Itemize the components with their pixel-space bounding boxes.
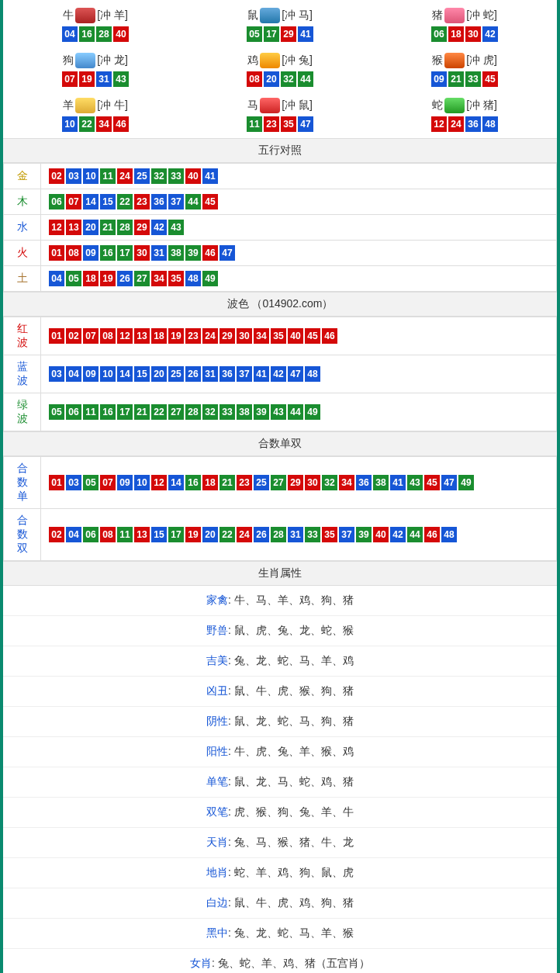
zodiac-name: 蛇 — [432, 99, 443, 113]
header-heshu: 合数单双 — [3, 431, 557, 456]
number-ball: 09 — [83, 366, 99, 382]
number-ball: 30 — [305, 475, 320, 490]
zodiac-cell: 鼠 [冲 马] 05172941 — [188, 3, 372, 48]
bose-table: 红波 0102070812131819232429303435404546 蓝波… — [3, 317, 557, 431]
number-ball: 06 — [66, 404, 81, 420]
number-ball: 04 — [66, 527, 81, 542]
number-ball: 04 — [66, 366, 81, 382]
number-ball: 12 — [151, 475, 167, 490]
number-ball: 04 — [49, 271, 64, 286]
number-ball: 08 — [100, 328, 116, 344]
number-ball: 09 — [83, 245, 99, 261]
attr-row: 单笔: 鼠、龙、马、蛇、鸡、猪 — [3, 767, 557, 798]
wuxing-nums: 0108091617303138394647 — [41, 241, 557, 266]
attr-value: 兔、蛇、羊、鸡、猪（五宫肖） — [218, 957, 370, 969]
number-ball: 32 — [202, 404, 218, 420]
wuxing-label: 土 — [4, 266, 41, 292]
zodiac-cell: 羊 [冲 牛] 10223446 — [3, 93, 188, 138]
number-ball: 28 — [117, 220, 133, 235]
wuxing-row: 金 02031011242532334041 — [4, 164, 557, 189]
attr-label: 单笔 — [206, 775, 228, 788]
number-ball: 26 — [117, 271, 133, 286]
number-ball: 21 — [100, 220, 116, 235]
number-ball: 18 — [448, 26, 464, 42]
number-ball: 31 — [288, 527, 303, 542]
number-ball: 32 — [281, 71, 296, 87]
number-ball: 11 — [117, 527, 133, 542]
number-ball: 20 — [202, 527, 218, 542]
heshu-row: 合数单 010305070910121416182123252729303234… — [4, 457, 557, 509]
wuxing-row: 土 04051819262734354849 — [4, 266, 557, 292]
number-ball: 11 — [100, 168, 116, 184]
number-ball: 30 — [237, 328, 252, 344]
bose-nums: 0102070812131819232429303435404546 — [41, 317, 557, 355]
number-ball: 40 — [185, 168, 201, 184]
number-ball: 37 — [339, 527, 354, 542]
wuxing-nums: 06071415222336374445 — [41, 189, 557, 215]
number-ball: 19 — [185, 527, 201, 542]
number-ball: 43 — [113, 71, 129, 87]
wuxing-label: 木 — [4, 189, 41, 215]
number-ball: 34 — [339, 475, 354, 490]
number-ball: 42 — [390, 527, 406, 542]
number-ball: 07 — [66, 194, 81, 209]
number-ball: 37 — [237, 366, 252, 382]
wuxing-table: 金 02031011242532334041 木 060714152223363… — [3, 163, 557, 292]
zodiac-cell: 猪 [冲 蛇] 06183042 — [372, 3, 557, 48]
number-ball: 41 — [390, 475, 406, 490]
bose-row: 蓝波 03040910141520252631363741424748 — [4, 355, 557, 393]
attr-value: 兔、龙、蛇、马、羊、猴 — [234, 926, 354, 939]
zodiac-clash: [冲 羊] — [97, 9, 128, 23]
number-ball: 30 — [134, 245, 150, 261]
page-frame: 牛 [冲 羊] 04162840 鼠 [冲 马] 05172941 猪 [冲 蛇… — [0, 0, 560, 973]
number-ball: 07 — [62, 71, 78, 87]
number-ball: 14 — [83, 194, 99, 209]
number-ball: 48 — [185, 271, 201, 286]
number-ball: 12 — [49, 220, 64, 235]
number-ball: 25 — [168, 366, 184, 382]
bose-row: 绿波 05061116172122272832333839434449 — [4, 393, 557, 431]
number-ball: 32 — [322, 475, 337, 490]
attr-value: 牛、马、羊、鸡、狗、猪 — [234, 594, 354, 606]
number-ball: 31 — [96, 71, 112, 87]
heshu-label: 合数单 — [4, 457, 41, 509]
number-ball: 47 — [441, 475, 457, 490]
zodiac-clash: [冲 兔] — [282, 54, 313, 68]
number-ball: 45 — [202, 194, 218, 209]
zodiac-name: 狗 — [63, 54, 74, 68]
attr-label: 白边 — [206, 896, 228, 909]
attr-row: 天肖: 兔、马、猴、猪、牛、龙 — [3, 828, 557, 858]
number-ball: 35 — [168, 271, 184, 286]
bose-label: 绿波 — [4, 393, 41, 431]
number-ball: 01 — [49, 245, 64, 261]
number-ball: 10 — [62, 116, 78, 132]
number-ball: 45 — [305, 328, 320, 344]
zodiac-cell: 猴 [冲 虎] 09213345 — [372, 48, 557, 93]
number-ball: 46 — [113, 116, 129, 132]
number-ball: 47 — [288, 366, 303, 382]
number-ball: 13 — [66, 220, 81, 235]
header-bose: 波色 （014902.com） — [3, 292, 557, 317]
wuxing-row: 火 0108091617303138394647 — [4, 241, 557, 266]
bose-nums: 03040910141520252631363741424748 — [41, 355, 557, 393]
number-ball: 07 — [83, 328, 99, 344]
number-ball: 39 — [254, 404, 269, 420]
number-ball: 05 — [66, 271, 81, 286]
zodiac-cell: 蛇 [冲 猪] 12243648 — [372, 93, 557, 138]
zodiac-clash: [冲 牛] — [97, 99, 128, 113]
number-ball: 49 — [458, 475, 474, 490]
zodiac-name: 猴 — [432, 54, 443, 68]
zodiac-cell: 狗 [冲 龙] 07193143 — [3, 48, 188, 93]
number-ball: 24 — [448, 116, 464, 132]
heshu-nums: 0103050709101214161821232527293032343638… — [41, 457, 557, 509]
heshu-row: 合数双 020406081113151719202224262831333537… — [4, 509, 557, 561]
header-attr: 生肖属性 — [3, 561, 557, 586]
number-ball: 38 — [168, 245, 184, 261]
number-ball: 33 — [168, 168, 184, 184]
number-ball: 01 — [49, 328, 64, 344]
number-ball: 18 — [202, 475, 218, 490]
number-ball: 35 — [322, 527, 337, 542]
number-ball: 43 — [168, 220, 184, 235]
number-ball: 43 — [271, 404, 286, 420]
attr-label: 阴性 — [206, 715, 228, 727]
